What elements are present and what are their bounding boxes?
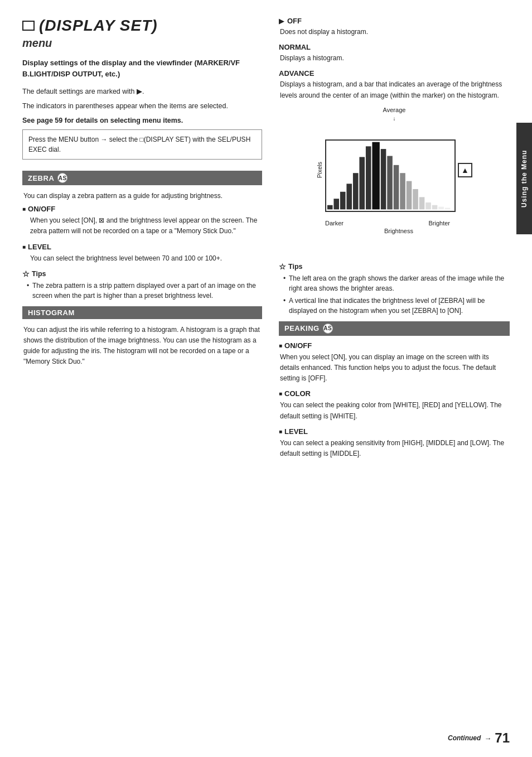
tips-icon: ☆	[22, 269, 30, 278]
normal-text: Displays a histogram.	[279, 53, 510, 64]
svg-rect-18	[445, 208, 451, 209]
peaking-on-off-text: When you select [ON], you can display an…	[279, 352, 510, 384]
peaking-level: LEVEL You can select a peaking sensitivi…	[279, 427, 510, 459]
svg-rect-3	[346, 184, 352, 209]
zebra-level-header: LEVEL	[22, 243, 262, 251]
peaking-on-off: ON/OFF When you select [ON], you can dis…	[279, 341, 510, 384]
off-arrow: ▶	[279, 17, 284, 25]
hist-tips-icon: ☆	[279, 262, 286, 271]
side-tab-label: Using the Menu	[520, 150, 528, 207]
normal-label: NORMAL	[279, 43, 311, 51]
zebra-level-text: You can select the brightness level betw…	[22, 253, 262, 264]
histogram-marker: ▲	[458, 163, 472, 177]
svg-rect-7	[372, 142, 379, 209]
svg-rect-17	[438, 206, 444, 209]
page-title-row: (DISPLAY SET)	[22, 17, 262, 35]
svg-rect-10	[394, 165, 399, 210]
option-normal: NORMAL Displays a histogram.	[279, 43, 510, 64]
zebra-tips: ☆ Tips The zebra pattern is a strip patt…	[22, 269, 262, 301]
option-advance: ADVANCE Displays a histogram, and a bar …	[279, 69, 510, 100]
info-box: Press the MENU button → select the □(DIS…	[22, 129, 262, 160]
peaking-as-badge: AS	[323, 324, 333, 334]
left-column: (DISPLAY SET) menu Display settings of t…	[22, 17, 262, 740]
histogram-intro: You can adjust the iris while referring …	[22, 325, 262, 368]
hist-tip-1: The left area on the graph shows the dar…	[283, 273, 510, 293]
peaking-color-header: COLOR	[279, 389, 510, 398]
option-off-header: ▶ OFF	[279, 17, 510, 25]
brightness-axis-label: Brightness	[316, 228, 472, 234]
histogram-chart	[325, 139, 456, 212]
svg-rect-13	[413, 189, 418, 209]
zebra-on-off-header: ON/OFF	[22, 205, 262, 213]
off-label: OFF	[287, 17, 302, 25]
svg-rect-15	[425, 202, 431, 209]
peaking-on-off-header: ON/OFF	[279, 341, 510, 350]
footer-arrow: →	[484, 734, 491, 742]
peaking-color: COLOR You can select the peaking color f…	[279, 389, 510, 421]
hist-tip-2: A vertical line that indicates the brigh…	[283, 296, 510, 316]
svg-rect-1	[333, 199, 339, 209]
darker-label: Darker	[325, 220, 344, 226]
svg-rect-14	[419, 197, 425, 209]
option-advance-header: ADVANCE	[279, 69, 510, 78]
intro-para1: The default settings are marked with ▶.	[22, 86, 262, 97]
svg-rect-2	[340, 192, 346, 210]
zebra-section-header: ZEBRA AS	[22, 171, 262, 185]
peaking-level-text: You can select a peaking sensitivity fro…	[279, 438, 510, 459]
side-tab: Using the Menu	[516, 123, 532, 234]
zebra-on-off: ON/OFF When you select [ON], ⊠ and the b…	[22, 205, 262, 237]
histogram-tips: ☆ Tips The left area on the graph shows …	[279, 262, 510, 316]
svg-rect-9	[387, 156, 393, 209]
page-subtitle: menu	[22, 37, 262, 50]
brightness-labels: Darker Brighter	[316, 218, 450, 226]
off-text: Does not display a histogram.	[279, 27, 510, 37]
page-footer: Continued → 71	[448, 730, 510, 746]
intro-para2: The indicators in parentheses appear whe…	[22, 100, 262, 112]
svg-rect-0	[327, 205, 333, 209]
info-box-text: Press the MENU button → select the □(DIS…	[28, 136, 250, 153]
zebra-tip-1: The zebra pattern is a strip pattern dis…	[27, 281, 262, 301]
average-arrow-down: ↓	[316, 115, 472, 122]
zebra-level: LEVEL You can select the brightness leve…	[22, 243, 262, 264]
peaking-label: PEAKING	[284, 324, 320, 332]
page-title: (DISPLAY SET)	[39, 17, 158, 35]
histogram-section-header: HISTOGRAM	[22, 306, 262, 319]
average-label: Average	[316, 107, 472, 113]
pixels-label: Pixels	[316, 162, 323, 178]
histogram-tips-header: ☆ Tips	[279, 262, 510, 271]
svg-rect-6	[366, 146, 371, 209]
option-off: ▶ OFF Does not display a histogram.	[279, 17, 510, 37]
display-set-icon	[22, 21, 35, 31]
svg-rect-8	[381, 149, 386, 209]
peaking-color-text: You can select the peaking color from [W…	[279, 400, 510, 421]
peaking-level-header: LEVEL	[279, 427, 510, 436]
svg-rect-11	[400, 173, 405, 209]
zebra-on-off-text: When you select [ON], ⊠ and the brightne…	[22, 215, 262, 237]
intro-bold2: See page 59 for details on selecting men…	[22, 115, 262, 126]
svg-rect-16	[432, 205, 438, 209]
histogram-svg	[326, 141, 454, 211]
zebra-label: ZEBRA	[28, 174, 54, 182]
advance-label: ADVANCE	[279, 69, 314, 78]
intro-bold: Display settings of the display and the …	[22, 57, 262, 79]
histogram-tips-list: The left area on the graph shows the dar…	[279, 273, 510, 316]
svg-rect-12	[407, 181, 412, 209]
zebra-tips-header: ☆ Tips	[22, 269, 262, 278]
svg-rect-4	[353, 173, 359, 209]
continued-text: Continued	[448, 734, 481, 742]
right-column: ▶ OFF Does not display a histogram. NORM…	[273, 17, 510, 740]
peaking-section-header: PEAKING AS	[279, 321, 510, 336]
option-normal-header: NORMAL	[279, 43, 510, 51]
page-number: 71	[495, 730, 510, 746]
zebra-tips-list: The zebra pattern is a strip pattern dis…	[22, 281, 262, 301]
histogram-chart-wrapper: Average ↓ Pixels	[316, 107, 472, 234]
zebra-as-badge: AS	[57, 173, 67, 183]
histogram-label: HISTOGRAM	[28, 308, 75, 317]
svg-rect-5	[359, 157, 365, 209]
zebra-intro: You can display a zebra pattern as a gui…	[22, 191, 262, 201]
brighter-label: Brighter	[428, 220, 450, 226]
advance-text: Displays a histogram, and a bar that ind…	[279, 79, 510, 100]
